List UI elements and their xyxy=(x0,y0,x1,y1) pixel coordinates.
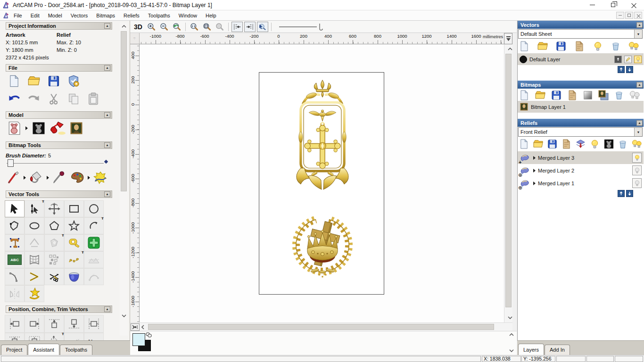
align-bottom-tool[interactable] xyxy=(64,315,84,333)
nesting-tool[interactable]: Nes xyxy=(84,333,104,340)
paste-along-curve-tool[interactable] xyxy=(64,251,84,268)
scroll-right-arrow[interactable] xyxy=(130,323,137,331)
import-layer-stack-icon[interactable] xyxy=(575,139,586,149)
create-rectangle-tool[interactable] xyxy=(64,200,84,217)
open-relief-layer-icon[interactable] xyxy=(533,139,544,149)
tab-addin[interactable]: Add In xyxy=(545,345,570,355)
import-vector-icon[interactable] xyxy=(574,41,585,52)
frame-cross-ornament[interactable] xyxy=(286,79,359,191)
flyout-arrow-icon[interactable] xyxy=(88,176,90,180)
text-block-tool[interactable]: ABC xyxy=(5,251,25,268)
delete-relief-layer-icon[interactable] xyxy=(618,139,628,149)
align-left-tool[interactable] xyxy=(5,315,25,333)
scroll-left-arrow[interactable] xyxy=(140,323,146,331)
greyscale-icon[interactable] xyxy=(583,90,593,100)
envelope-distort-tool[interactable] xyxy=(25,251,44,268)
transform-vectors-tool[interactable] xyxy=(44,200,64,217)
weld-vectors-tool[interactable] xyxy=(64,268,84,285)
toggle-left-panel-button[interactable] xyxy=(231,22,243,32)
preview-select-button[interactable] xyxy=(257,22,268,32)
menu-toolpaths[interactable]: Toolpaths xyxy=(144,11,174,20)
scrollbar-thumb[interactable] xyxy=(505,54,512,307)
flyout-arrow-icon[interactable] xyxy=(24,176,26,180)
section-bitmap-tools[interactable]: Bitmap Tools ▲ xyxy=(6,141,112,149)
create-polygon-tool[interactable] xyxy=(44,217,64,234)
ruler-origin-button[interactable]: ⁘ xyxy=(130,33,140,44)
undo-icon[interactable] xyxy=(8,92,21,106)
relief-visibility-button[interactable] xyxy=(632,153,642,163)
lighting-icon[interactable] xyxy=(50,121,66,136)
delete-vector-layer-icon[interactable] xyxy=(611,41,621,51)
collapse-button[interactable]: ▲ xyxy=(636,22,643,28)
vectors-header[interactable]: Vectors ▲ xyxy=(518,21,644,29)
spaced-copies-tool[interactable] xyxy=(64,333,84,340)
collapse-button[interactable]: ▲ xyxy=(104,191,110,197)
greyscale-from-relief-icon[interactable] xyxy=(7,121,22,136)
animation-slider[interactable] xyxy=(276,22,328,32)
all-layers-visibility-icon[interactable] xyxy=(628,41,639,52)
relief-selector[interactable]: Front Relief ▼ xyxy=(518,127,643,137)
move-layer-down-button[interactable] xyxy=(626,66,633,73)
relief-visibility-button[interactable] xyxy=(632,165,642,175)
fit-beziers-tool-disabled[interactable] xyxy=(84,268,104,285)
flood-fill-icon[interactable] xyxy=(29,171,44,185)
create-ellipse-tool[interactable] xyxy=(25,217,44,234)
mdi-restore-button[interactable] xyxy=(625,12,633,19)
section-vector-tools[interactable]: Vector Tools ▲ xyxy=(6,190,112,198)
save-bitmap-layer-icon[interactable] xyxy=(551,90,562,101)
3d-view-button[interactable]: 3D xyxy=(134,23,142,31)
zoom-previous-button[interactable] xyxy=(171,22,182,32)
paste-icon[interactable] xyxy=(87,92,100,106)
tab-assistant[interactable]: Assistant xyxy=(28,344,59,355)
zoom-to-box-button[interactable] xyxy=(201,22,213,32)
collapse-button[interactable]: ▲ xyxy=(636,82,643,88)
primary-colour-swatch[interactable] xyxy=(132,333,145,346)
open-model-icon[interactable] xyxy=(27,74,41,88)
create-circle-tool[interactable] xyxy=(84,200,104,217)
dropdown-arrow-icon[interactable]: ▼ xyxy=(634,30,642,38)
relief-from-greyscale-icon[interactable] xyxy=(32,121,46,135)
canvas-vertical-scrollbar[interactable] xyxy=(504,44,512,322)
measure-tool[interactable] xyxy=(64,234,84,251)
menu-help[interactable]: Help xyxy=(201,11,221,20)
center-horizontal-tool[interactable] xyxy=(84,315,104,333)
restore-button[interactable] xyxy=(603,0,623,10)
menu-file[interactable]: File xyxy=(9,11,26,20)
save-model-icon[interactable] xyxy=(47,74,60,88)
scrollbar-thumb[interactable] xyxy=(121,31,127,191)
tab-project[interactable]: Project xyxy=(1,345,27,355)
fit-arcs-tool[interactable] xyxy=(5,268,25,285)
menu-model[interactable]: Model xyxy=(44,11,66,20)
bitmap-preview-icon[interactable] xyxy=(598,90,609,101)
section-model[interactable]: Model ▲ xyxy=(6,111,112,119)
node-edit-tool[interactable] xyxy=(25,200,44,217)
wrap-vectors-tool[interactable] xyxy=(25,285,44,302)
menu-reliefs[interactable]: Reliefs xyxy=(119,11,144,20)
mdi-close-button[interactable] xyxy=(634,12,642,19)
section-position-combine[interactable]: Position, Combine, Trim Vectors ▲ xyxy=(6,305,112,313)
section-project-information[interactable]: Project Information ▲ xyxy=(6,22,112,30)
offset-vectors-tool-disabled[interactable] xyxy=(44,234,64,251)
load-image-icon[interactable] xyxy=(69,121,83,135)
menu-vectors[interactable]: Vectors xyxy=(66,11,92,20)
move-layer-down-button[interactable] xyxy=(626,190,633,197)
layer-visibility-button[interactable] xyxy=(634,56,642,63)
layer-edit-button[interactable] xyxy=(624,56,632,63)
zoom-objects-button[interactable] xyxy=(214,22,225,32)
section-file[interactable]: File ▲ xyxy=(6,64,112,72)
wrap-text-tool-disabled[interactable] xyxy=(25,234,44,251)
close-button[interactable] xyxy=(623,0,644,10)
center-in-page-2-tool[interactable] xyxy=(25,333,44,340)
scrollbar-thumb[interactable] xyxy=(148,324,494,330)
crown-wreath-ornament[interactable] xyxy=(289,211,355,279)
relief-visibility-icon[interactable] xyxy=(589,139,600,149)
relief-layer-row[interactable]: ⊕ Merged Layer 1 xyxy=(518,177,644,189)
slider-flyout-icon[interactable] xyxy=(104,160,108,164)
minimize-button[interactable] xyxy=(582,0,603,10)
select-vectors-tool[interactable] xyxy=(5,200,25,217)
vector-layer-row[interactable]: Default Layer xyxy=(518,53,644,65)
mirror-vectors-tool-disabled[interactable] xyxy=(5,285,25,302)
join-vectors-tool[interactable] xyxy=(25,268,44,285)
zoom-out-button[interactable] xyxy=(158,22,170,32)
import-relief-icon[interactable] xyxy=(561,139,572,149)
